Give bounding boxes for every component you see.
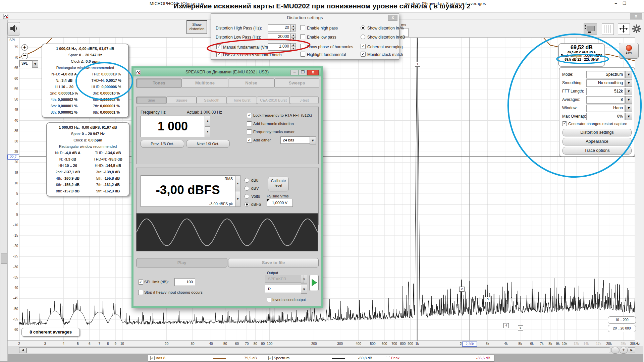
- generator-subtab-square[interactable]: Square: [166, 97, 197, 104]
- readout-header-line: Rectangular window recommended: [48, 143, 128, 150]
- generator-start-button[interactable]: [309, 275, 319, 291]
- fs-sine-label: FS sine Vrms: [267, 194, 289, 198]
- rta-field-value[interactable]: No smoothing: [586, 79, 625, 87]
- rta-field-arrow-icon[interactable]: ▼: [625, 79, 632, 87]
- high-pass-input[interactable]: 20: [268, 24, 291, 32]
- dialog-close-icon[interactable]: x: [388, 15, 397, 21]
- rta-field-value[interactable]: 8: [586, 96, 625, 104]
- show-in-percent-radio[interactable]: [361, 25, 365, 30]
- dither-bits-arrow-icon[interactable]: ▼: [310, 136, 316, 144]
- zoom-in-button[interactable]: +: [21, 44, 28, 51]
- output-channel-select[interactable]: R: [265, 285, 304, 293]
- output-device-select[interactable]: SPEAKER: [265, 275, 304, 283]
- aes17-checkbox[interactable]: [216, 52, 221, 57]
- low-pass-input[interactable]: 20000: [268, 34, 291, 41]
- coherent-averaging-checkbox[interactable]: [361, 44, 366, 49]
- prev-third-octave-button[interactable]: Prev. 1/3 Oct.: [141, 140, 184, 148]
- invert-output-checkbox[interactable]: [267, 298, 271, 302]
- rta-field-value[interactable]: Spectrum: [586, 71, 625, 78]
- rta-field-value[interactable]: 512k: [586, 88, 625, 95]
- fs-sine-value[interactable]: 1,0000 V: [267, 199, 293, 207]
- rta-field-arrow-icon[interactable]: ▼: [625, 88, 632, 95]
- next-third-octave-button[interactable]: Next 1/3 Oct.: [186, 140, 230, 148]
- frequency-spinner[interactable]: ▲▼: [205, 116, 210, 137]
- generator-maximize-icon[interactable]: ❐: [299, 70, 307, 75]
- rta-field-arrow-icon[interactable]: ▼: [625, 71, 632, 78]
- add-harmonic-checkbox[interactable]: [247, 121, 252, 126]
- generator-subtab-sine[interactable]: Sine: [136, 97, 166, 104]
- rta-field-arrow-icon[interactable]: ▼: [625, 96, 632, 104]
- generator-dialog: SPEAKER on Динамики (E-MU 0202 | USB) – …: [131, 66, 323, 308]
- spl-limit-input[interactable]: 100: [174, 278, 195, 286]
- range-preset-large-button[interactable]: 20 .. 20 000: [608, 325, 636, 332]
- low-pass-spinner[interactable]: ▲▼: [291, 34, 296, 41]
- show-in-percent-label: Show distortion in %: [367, 26, 404, 31]
- readout-header-line: Rectangular window recommended: [43, 65, 127, 71]
- panel-button-trace-options[interactable]: Trace options: [562, 147, 632, 155]
- add-dither-checkbox[interactable]: [247, 138, 252, 143]
- record-led-icon: [626, 45, 632, 51]
- level-headline: 69,52 dB: [559, 45, 604, 51]
- unit-radio-dbu[interactable]: [245, 178, 249, 183]
- generator-restart-checkbox[interactable]: [562, 121, 567, 126]
- frequency-value[interactable]: 1 000: [141, 116, 205, 137]
- rta-field-arrow-icon[interactable]: ▼: [625, 105, 632, 112]
- manual-fundamental-input[interactable]: 1,000: [268, 43, 291, 51]
- rta-field-value[interactable]: Hann: [586, 105, 625, 112]
- readout-row: 6th: 0,000001 %7th: 0,000001 %: [43, 103, 127, 109]
- averages-overlay: 8 coherent averages: [21, 328, 80, 337]
- harmonic-marker-1: 1: [415, 62, 420, 67]
- panel-button-distortion-settings[interactable]: Distortion settings: [562, 129, 632, 136]
- readout-row: 4th: 0,000002 %5th: 0,000002 %: [43, 97, 127, 103]
- highlight-fundamental-checkbox[interactable]: [300, 52, 305, 57]
- generator-minimize-icon[interactable]: –: [290, 70, 299, 75]
- spl-limit-checkbox[interactable]: [138, 280, 143, 285]
- readout-header-line: Span: 0 .. 20 947 Hz: [43, 52, 127, 58]
- generator-subtab-cea-2010-burst[interactable]: CEA-2010 Burst: [257, 97, 290, 104]
- rta-field-label-fftlength: FFT Length:: [562, 89, 584, 94]
- distortion-readout-percent: 1 000,03 Hz, -0,00 dBFS, 91,97 dBSpan: 0…: [42, 44, 129, 118]
- unit-radio-dbfs[interactable]: [245, 202, 249, 207]
- axis-mode-arrow-icon[interactable]: ▼: [32, 60, 38, 68]
- enable-low-pass-checkbox[interactable]: [300, 34, 305, 39]
- generator-subtab-tone-burst[interactable]: Tone burst: [227, 97, 257, 104]
- panel-button-appearance[interactable]: Appearance: [562, 138, 632, 145]
- record-button[interactable]: 14%: [619, 43, 639, 59]
- level-spinner[interactable]: ▲▼: [235, 175, 240, 207]
- generator-close-icon[interactable]: x: [307, 70, 319, 75]
- generator-subtab-sawtooth[interactable]: Sawtooth: [197, 97, 227, 104]
- unit-radio-dbv[interactable]: [245, 186, 249, 191]
- readout-row: 4th: -160,9 dB5th: -155,8 dB: [48, 175, 128, 182]
- calibrate-level-button[interactable]: Calibrate level: [268, 177, 289, 191]
- manual-fundamental-checkbox[interactable]: [216, 44, 221, 49]
- save-to-file-button[interactable]: Save to file: [228, 258, 319, 267]
- dither-bits-select[interactable]: 24 bits: [280, 136, 312, 144]
- output-channel-arrow-icon[interactable]: ▼: [301, 285, 307, 294]
- readout-row: HH 10 .. 20HHD: 0,000006 %: [43, 84, 127, 90]
- generator-tab-sweeps[interactable]: Sweeps: [274, 78, 319, 88]
- show-in-db-radio[interactable]: [361, 35, 365, 39]
- manual-fundamental-spinner[interactable]: ▲▼: [291, 43, 296, 50]
- generator-tab-noise[interactable]: Noise: [228, 78, 274, 88]
- lock-frequency-checkbox[interactable]: [247, 113, 252, 118]
- spl-limit-label: SPL limit (dB):: [144, 280, 169, 284]
- generator-subtab-j-test[interactable]: J-test: [290, 97, 319, 104]
- stop-clipping-checkbox[interactable]: [138, 290, 143, 295]
- range-preset-small-button[interactable]: 10 .. 200: [608, 316, 636, 324]
- unit-radio-volts[interactable]: [245, 194, 249, 199]
- generator-tab-tones[interactable]: Tones: [136, 78, 182, 88]
- high-pass-spinner[interactable]: ▲▼: [291, 24, 296, 32]
- enable-high-pass-checkbox[interactable]: [300, 25, 305, 30]
- harmonic-marker-4: 4: [503, 323, 509, 328]
- tracks-cursor-checkbox[interactable]: [247, 129, 252, 134]
- monitor-clock-checkbox[interactable]: [361, 52, 366, 57]
- level-value: -3,00 dBFS: [141, 183, 235, 197]
- rta-field-value[interactable]: 0%: [586, 113, 625, 120]
- show-phase-checkbox[interactable]: [300, 44, 305, 49]
- zoom-out-button[interactable]: −: [21, 53, 28, 59]
- readout-header-line: 1 000,03 Hz, -0,00 dBFS, 91,97 dB: [43, 46, 127, 52]
- output-device-arrow-ic[interactable]: ▼: [301, 275, 307, 284]
- generator-tab-multitone[interactable]: Multitone: [182, 78, 228, 88]
- play-button[interactable]: Play: [136, 258, 227, 267]
- rta-field-arrow-icon[interactable]: ▼: [625, 113, 632, 120]
